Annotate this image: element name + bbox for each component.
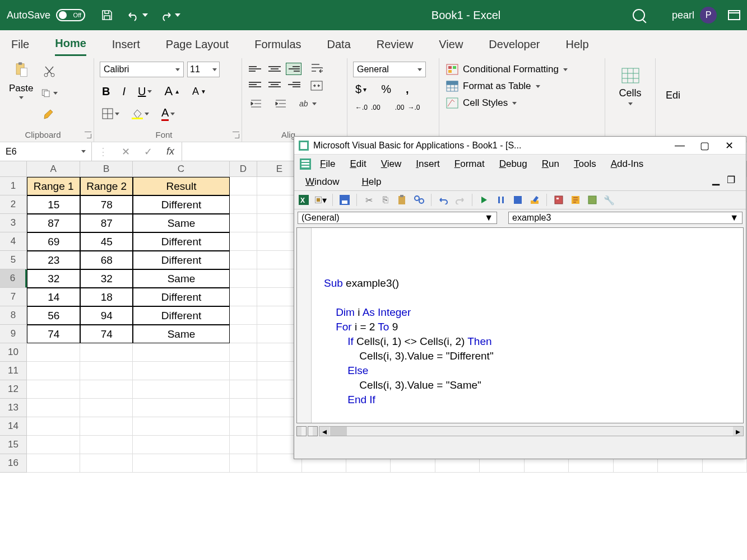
name-box[interactable]: E6: [0, 142, 92, 161]
vba-break-icon[interactable]: [495, 194, 507, 206]
autosave-toggle[interactable]: Off: [56, 9, 85, 21]
cell-C15[interactable]: [133, 436, 230, 454]
cell-C16[interactable]: [133, 454, 230, 473]
vba-menu-debug[interactable]: Debug: [494, 157, 533, 171]
cell-D12[interactable]: [230, 380, 257, 399]
increase-font-button[interactable]: A▲: [162, 83, 182, 100]
cell-D8[interactable]: [230, 306, 257, 325]
cell-C9[interactable]: Same: [133, 325, 230, 343]
tab-formulas[interactable]: Formulas: [254, 34, 301, 55]
row-header-4[interactable]: 4: [0, 232, 27, 251]
vba-redo-icon[interactable]: [454, 194, 466, 206]
col-header-C[interactable]: C: [133, 161, 230, 177]
tab-data[interactable]: Data: [327, 34, 351, 55]
row-header-13[interactable]: 13: [0, 399, 27, 417]
increase-indent-button[interactable]: [272, 97, 289, 110]
cell-B10[interactable]: [80, 343, 133, 362]
borders-button[interactable]: [100, 107, 122, 120]
vba-close-icon[interactable]: ✕: [717, 139, 741, 152]
cell-D2[interactable]: [230, 195, 257, 214]
vba-code-editor[interactable]: Sub example3() Dim i As Integer For i = …: [296, 227, 744, 423]
currency-button[interactable]: $▾: [353, 82, 369, 97]
cell-C2[interactable]: Different: [133, 195, 230, 214]
paste-button[interactable]: Paste: [6, 62, 36, 122]
cell-A2[interactable]: 15: [27, 195, 80, 214]
align-top-right[interactable]: [286, 63, 301, 75]
row-header-14[interactable]: 14: [0, 417, 27, 436]
underline-button[interactable]: U: [136, 84, 154, 99]
cell-A16[interactable]: [27, 454, 80, 473]
cell-D14[interactable]: [230, 417, 257, 436]
vba-child-restore-icon[interactable]: ❐: [727, 178, 737, 186]
cell-C12[interactable]: [133, 380, 230, 399]
vba-titlebar[interactable]: Microsoft Visual Basic for Applications …: [294, 137, 746, 155]
scroll-thumb[interactable]: [330, 427, 347, 436]
cell-D5[interactable]: [230, 251, 257, 269]
increase-decimal-button[interactable]: ←.0.00: [353, 101, 383, 114]
cell-C7[interactable]: Different: [133, 288, 230, 306]
cell-D1[interactable]: [230, 177, 257, 195]
vba-view-excel-icon[interactable]: X: [298, 194, 310, 206]
cell-C8[interactable]: Different: [133, 306, 230, 325]
tab-page-layout[interactable]: Page Layout: [166, 34, 229, 55]
row-header-2[interactable]: 2: [0, 195, 27, 214]
vba-paste-icon[interactable]: [396, 194, 409, 206]
cell-B8[interactable]: 94: [80, 306, 133, 325]
cell-B2[interactable]: 78: [80, 195, 133, 214]
vba-insert-icon[interactable]: ▾: [314, 194, 327, 206]
cell-A7[interactable]: 14: [27, 288, 80, 306]
font-size-select[interactable]: 11: [187, 62, 220, 77]
cell-B3[interactable]: 87: [80, 214, 133, 232]
bold-button[interactable]: B: [100, 84, 112, 99]
cell-A4[interactable]: 69: [27, 232, 80, 251]
cell-B1[interactable]: Range 2: [80, 177, 133, 195]
vba-menu-view[interactable]: View: [375, 157, 407, 171]
vba-object-icon[interactable]: [586, 194, 598, 206]
row-header-6[interactable]: 6: [0, 269, 27, 288]
vba-procedure-view-icon[interactable]: [296, 426, 307, 436]
cell-A9[interactable]: 74: [27, 325, 80, 343]
cell-C14[interactable]: [133, 417, 230, 436]
vba-design-icon[interactable]: [528, 194, 541, 206]
orientation-button[interactable]: ab: [297, 97, 319, 110]
cell-B12[interactable]: [80, 380, 133, 399]
align-mid-right[interactable]: [286, 78, 301, 91]
align-mid-center[interactable]: [267, 78, 282, 91]
row-header-11[interactable]: 11: [0, 362, 27, 380]
decrease-decimal-button[interactable]: .00→.0: [393, 101, 423, 114]
cut-icon[interactable]: [41, 64, 58, 80]
cell-B16[interactable]: [80, 454, 133, 473]
percent-button[interactable]: %: [379, 82, 393, 97]
user-account[interactable]: pearl P: [672, 7, 717, 24]
cell-A8[interactable]: 56: [27, 306, 80, 325]
cell-B15[interactable]: [80, 436, 133, 454]
cell-B6[interactable]: 32: [80, 269, 133, 288]
row-header-16[interactable]: 16: [0, 454, 27, 473]
cell-C11[interactable]: [133, 362, 230, 380]
col-header-A[interactable]: A: [27, 161, 80, 177]
tab-view[interactable]: View: [439, 34, 463, 55]
cell-B4[interactable]: 45: [80, 232, 133, 251]
vba-toolbox-icon[interactable]: 🔧: [603, 194, 615, 206]
align-top-center[interactable]: [267, 63, 282, 75]
cell-C5[interactable]: Different: [133, 251, 230, 269]
cell-B7[interactable]: 18: [80, 288, 133, 306]
cell-styles-button[interactable]: Cell Styles: [445, 96, 599, 110]
cell-B9[interactable]: 74: [80, 325, 133, 343]
cell-D13[interactable]: [230, 399, 257, 417]
cell-A3[interactable]: 87: [27, 214, 80, 232]
vba-menu-run[interactable]: Run: [536, 157, 565, 171]
number-format-select[interactable]: General: [353, 62, 426, 77]
cancel-icon[interactable]: ✕: [114, 146, 137, 158]
tab-file[interactable]: File: [11, 34, 29, 55]
cell-D4[interactable]: [230, 232, 257, 251]
row-header-5[interactable]: 5: [0, 251, 27, 269]
vba-reset-icon[interactable]: [512, 194, 524, 206]
font-launcher[interactable]: [233, 132, 239, 138]
vba-menu-insert[interactable]: Insert: [410, 157, 446, 171]
scroll-left-icon[interactable]: ◂: [319, 427, 330, 436]
fill-color-button[interactable]: [129, 107, 151, 120]
align-mid-left[interactable]: [248, 78, 263, 91]
search-icon[interactable]: [633, 9, 645, 21]
cell-D3[interactable]: [230, 214, 257, 232]
